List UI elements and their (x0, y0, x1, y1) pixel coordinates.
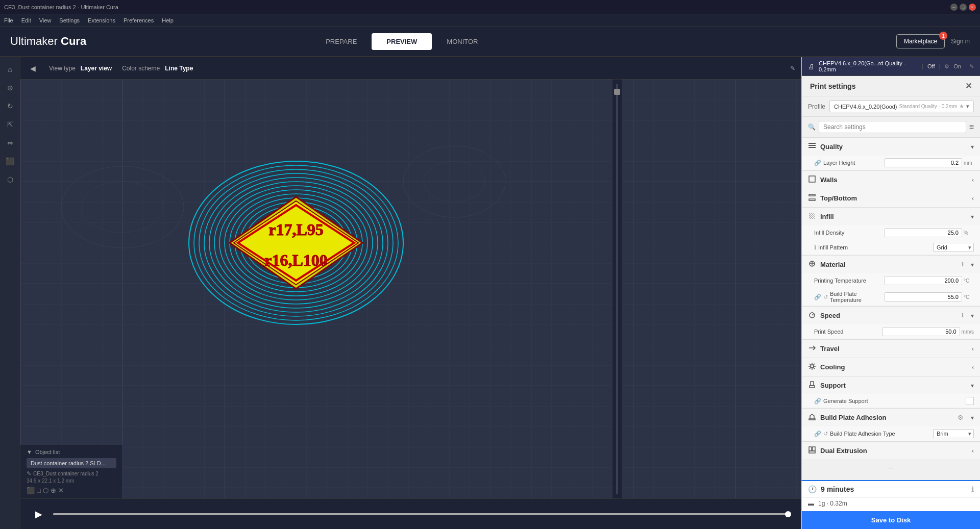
build-plate-reset-icon[interactable]: ↺ (823, 294, 828, 300)
pencil-icon[interactable]: ✎ (790, 65, 795, 72)
canvas-area[interactable]: r17,L95 r16,L100 (20, 80, 801, 529)
section-top-bottom-header[interactable]: Top/Bottom ‹ (802, 189, 980, 207)
support-tool-icon[interactable]: ⬛ (2, 153, 18, 169)
save-to-disk-button[interactable]: Save to Disk (802, 511, 980, 529)
dual-section-title: Dual Extrusion (820, 447, 968, 455)
pencil-printer-icon[interactable]: ✎ (969, 63, 974, 70)
home-tool-icon[interactable]: ⌂ (2, 61, 18, 78)
layer-slider-track[interactable] (616, 84, 618, 494)
section-cooling-header[interactable]: Cooling ‹ (802, 358, 980, 376)
section-quality-header[interactable]: Quality ▾ (802, 138, 980, 156)
topnav: Ultimaker Cura PREPARE PREVIEW MONITOR M… (0, 27, 980, 57)
menu-edit[interactable]: Edit (21, 17, 31, 23)
build-plate-temp-input[interactable] (885, 292, 962, 301)
play-button[interactable]: ▶ (31, 506, 47, 522)
infill-density-row: Infill Density % (802, 225, 980, 240)
build-plate-temp-unit: °C (964, 294, 974, 300)
layer-height-input[interactable] (885, 158, 962, 167)
tab-monitor[interactable]: MONITOR (432, 33, 493, 50)
obj-action-2[interactable]: □ (37, 487, 41, 494)
signin-button[interactable]: Sign in (951, 38, 970, 45)
section-dual-header[interactable]: Dual Extrusion ‹ (802, 442, 980, 460)
adhesion-type-dropdown[interactable]: Brim (933, 429, 974, 438)
panel-close-button[interactable]: ✕ (965, 81, 972, 91)
support-section-icon (808, 381, 816, 390)
adhesion-gear-icon[interactable]: ⚙ (958, 414, 964, 421)
layer-slider[interactable] (612, 80, 622, 498)
material-info-icon[interactable]: ℹ (962, 261, 964, 268)
tab-preview[interactable]: PREVIEW (372, 33, 432, 50)
walls-section-title: Walls (820, 176, 968, 184)
tab-prepare[interactable]: PREPARE (311, 33, 372, 50)
infill-density-unit: % (964, 230, 974, 236)
menu-file[interactable]: File (4, 17, 13, 23)
svg-rect-28 (809, 199, 815, 200)
cooling-section-title: Cooling (820, 363, 968, 371)
adhesion-type-reset-icon[interactable]: ↺ (823, 431, 828, 437)
weight-layers-icon: ▬ (808, 500, 814, 507)
view-collapse-button[interactable]: ◀ (27, 62, 39, 74)
obj-action-5[interactable]: ✕ (58, 487, 64, 494)
infill-section-title: Infill (820, 213, 967, 220)
section-material: Material ℹ ▾ Printing Temperature °C 🔗 ↺… (802, 256, 980, 307)
build-plate-link-icon[interactable]: 🔗 (814, 294, 821, 300)
section-infill-header[interactable]: Infill ▾ (802, 208, 980, 225)
maximize-button[interactable]: □ (960, 4, 967, 11)
profile-value[interactable]: CHEPV4.6.x_0.20(Good) Standard Quality -… (829, 100, 974, 112)
menu-extensions[interactable]: Extensions (88, 17, 115, 23)
speed-info-icon[interactable]: ℹ (962, 312, 964, 319)
mirror-tool-icon[interactable]: ⇔ (2, 135, 18, 151)
walls-chevron: ‹ (972, 177, 974, 184)
section-material-header[interactable]: Material ℹ ▾ (802, 256, 980, 273)
obj-action-1[interactable]: ⬛ (27, 487, 35, 494)
svg-text:r17,L95: r17,L95 (268, 220, 324, 239)
walls-section-icon (808, 175, 816, 185)
profile-star: ★ (959, 103, 964, 110)
section-support: Support ▾ 🔗 Generate Support (802, 376, 980, 409)
print-speed-input[interactable] (883, 327, 960, 336)
pencil-detail-icon: ✎ (27, 470, 31, 477)
layer-playback-slider[interactable] (53, 513, 791, 515)
menu-help[interactable]: Help (162, 17, 174, 23)
panel-header: Print settings ✕ (802, 76, 980, 96)
settings-menu-icon[interactable]: ≡ (969, 122, 974, 132)
slider-fill (53, 513, 791, 515)
scale-tool-icon[interactable]: ⇱ (2, 116, 18, 133)
material-section-icon (808, 260, 816, 269)
section-support-header[interactable]: Support ▾ (802, 376, 980, 394)
adhesion-type-link-icon[interactable]: 🔗 (814, 431, 821, 437)
rotate-tool-icon[interactable]: ↻ (2, 98, 18, 114)
section-speed-header[interactable]: Speed ℹ ▾ (802, 307, 980, 324)
infill-pattern-dropdown[interactable]: Grid (933, 243, 974, 252)
layer-height-row: 🔗 Layer Height mm (802, 156, 980, 170)
summary-info-icon[interactable]: ℹ (971, 485, 974, 493)
layer-height-link-icon[interactable]: 🔗 (814, 160, 821, 166)
infill-density-input[interactable] (885, 228, 962, 237)
search-input[interactable] (819, 121, 966, 133)
object-list-header[interactable]: ▼ Object list (27, 449, 116, 455)
menu-settings[interactable]: Settings (59, 17, 80, 23)
topnav-right: Marketplace 1 Sign in (896, 34, 970, 48)
print-temp-input[interactable] (885, 276, 962, 285)
section-walls-header[interactable]: Walls ‹ (802, 171, 980, 189)
menu-view[interactable]: View (39, 17, 52, 23)
section-adhesion-header[interactable]: Build Plate Adhesion ⚙ ▾ (802, 409, 980, 426)
zoom-tool-icon[interactable]: ⊕ (2, 80, 18, 96)
travel-section-title: Travel (820, 345, 968, 352)
layer-slider-thumb[interactable] (614, 89, 620, 95)
list-item[interactable]: Dust container radius 2.SLD... (27, 458, 116, 468)
obj-action-4[interactable]: ⊕ (51, 487, 56, 494)
obj-action-3[interactable]: ⬡ (43, 487, 48, 494)
close-button[interactable]: ✕ (969, 4, 976, 11)
gen-support-link-icon[interactable]: 🔗 (814, 398, 821, 405)
color-scheme-value: Line Type (165, 65, 193, 72)
minimize-button[interactable]: ─ (950, 4, 958, 11)
menu-preferences[interactable]: Preferences (124, 17, 154, 23)
marketplace-button[interactable]: Marketplace 1 (896, 34, 945, 48)
section-travel-header[interactable]: Travel ‹ (802, 340, 980, 358)
infill-pattern-info-icon[interactable]: ℹ (814, 244, 816, 251)
section-travel: Travel ‹ (802, 340, 980, 358)
printer-on-toggle[interactable]: On (953, 63, 961, 69)
generate-support-checkbox[interactable] (966, 397, 974, 405)
seam-tool-icon[interactable]: ⬡ (2, 171, 18, 188)
